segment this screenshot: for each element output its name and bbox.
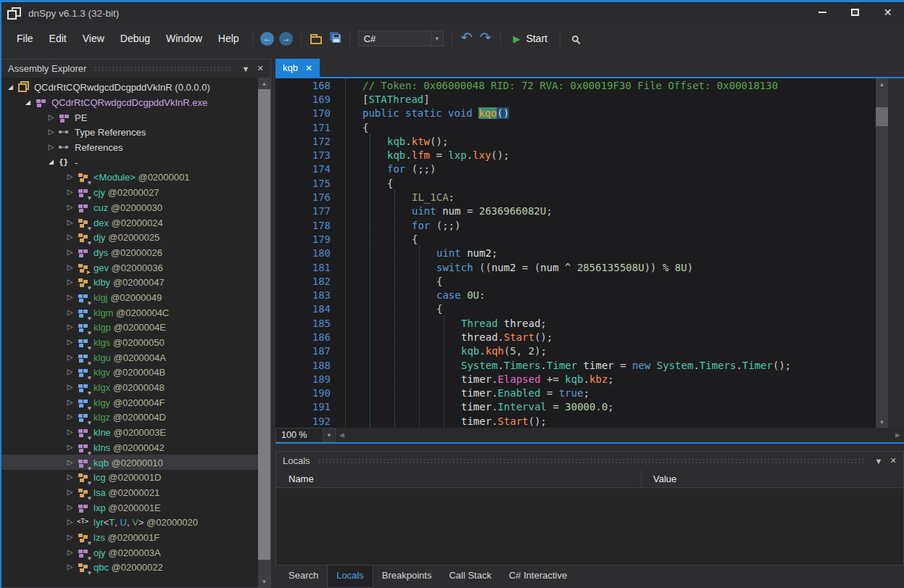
tree-node-klby[interactable]: ▷♥klby @02000047 [1,275,258,290]
panel-close-icon[interactable]: ✕ [253,64,268,73]
tree-node-dex[interactable]: ▷♥dex @02000024 [1,215,258,230]
scrollbar-thumb[interactable] [876,107,888,126]
expand-arrow-icon[interactable]: ▷ [65,534,75,541]
menu-file[interactable]: File [9,29,41,48]
panel-menu-chevron-icon[interactable]: ▼ [239,65,253,73]
code-line-179[interactable]: 179{ [275,232,876,246]
tree-node-ojy[interactable]: ▷♥ojy @0200003A [1,544,258,560]
scroll-up-icon[interactable]: ▲ [876,78,888,90]
collapse-arrow-icon[interactable]: ◢ [6,84,15,91]
code-line-183[interactable]: 183case 0U: [275,288,876,302]
code-line-182[interactable]: 182{ [275,274,876,288]
expand-arrow-icon[interactable]: ▷ [65,354,75,361]
scroll-down-icon[interactable]: ▼ [258,576,270,587]
expand-arrow-icon[interactable]: ▷ [65,339,75,346]
zoom-chevron-icon[interactable]: ▼ [323,428,336,442]
tool-tab-locals[interactable]: Locals [327,566,373,588]
expand-arrow-icon[interactable]: ▷ [65,444,75,451]
expand-arrow-icon[interactable]: ▷ [65,219,75,226]
code-line-169[interactable]: 169[STAThread] [275,92,876,106]
expand-arrow-icon[interactable]: ▷ [65,249,75,256]
menu-debug[interactable]: Debug [112,29,158,48]
code-line-172[interactable]: 172kqb.ktw(); [275,134,876,148]
tree-node-lcg[interactable]: ▷♥lcg @0200001D [1,470,258,485]
menu-window[interactable]: Window [158,29,210,48]
start-debug-button[interactable]: ▶ Start [506,33,555,44]
code-line-184[interactable]: 184{ [275,302,876,316]
expand-arrow-icon[interactable]: ▷ [65,549,75,556]
menu-view[interactable]: View [75,29,112,48]
code-line-189[interactable]: 189timer.Elapsed += kqb.kbz; [275,372,876,386]
panel-close-icon[interactable]: ✕ [886,456,900,465]
tree-node-lzs[interactable]: ▷♥lzs @0200001F [1,530,258,545]
save-all-button[interactable] [325,29,344,48]
expand-arrow-icon[interactable]: ▷ [65,473,75,481]
expand-arrow-icon[interactable]: ▷ [65,399,75,406]
zoom-level-combo[interactable]: 100 % [275,428,323,442]
expand-arrow-icon[interactable]: ▷ [65,489,75,496]
column-header-value[interactable]: Value [642,470,903,487]
tree-node-lsa[interactable]: ▷♥lsa @02000021 [1,485,258,500]
panel-splitter[interactable] [275,444,904,451]
code-line-187[interactable]: 187kqb.kqh(5, 2); [275,344,876,358]
expand-arrow-icon[interactable]: ▷ [46,144,56,151]
language-selector[interactable]: C# ▼ [358,30,444,46]
maximize-button[interactable] [839,2,871,22]
search-assemblies-button[interactable] [565,29,584,48]
expand-arrow-icon[interactable]: ▷ [65,459,75,466]
expand-arrow-icon[interactable]: ▷ [65,413,75,421]
tree-node-typereferences[interactable]: ▷Type References [1,125,258,140]
tree-node-klgs[interactable]: ▷♥klgs @02000050 [1,335,258,350]
tree-node-klgz[interactable]: ▷♥klgz @0200004D [1,410,258,425]
expand-arrow-icon[interactable]: ▷ [65,518,75,526]
tree-node-lyr[interactable]: ▷lyr<T, U, V> @02000020 [1,515,258,530]
navigate-back-button[interactable]: ← [258,29,277,48]
code-line-170[interactable]: 170public static void kqo() [275,107,876,120]
tree-node-[interactable]: ◢- [1,154,258,170]
code-line-174[interactable]: 174for (;;) [275,162,876,176]
horizontal-scrollbar[interactable]: ◀ ▶ [336,428,904,442]
tool-tab-call-stack[interactable]: Call Stack [440,566,500,588]
expand-arrow-icon[interactable]: ▷ [46,128,56,136]
open-file-button[interactable] [307,29,325,48]
tool-tab-c#-interactive[interactable]: C# Interactive [500,566,576,588]
close-button[interactable]: ✕ [871,2,904,22]
expand-arrow-icon[interactable]: ▷ [65,278,75,286]
panel-menu-chevron-icon[interactable]: ▼ [871,457,886,465]
tree-node-dys[interactable]: ▷dys @02000026 [1,245,258,260]
tree-node-klgx[interactable]: ▷♥klgx @02000048 [1,380,258,395]
menu-edit[interactable]: Edit [41,29,75,48]
tree-node-qbc[interactable]: ▷♥qbc @02000022 [1,560,258,575]
menu-help[interactable]: Help [210,29,247,48]
tree-node-klgj[interactable]: ▷♥klgj @02000049 [1,290,258,305]
code-line-185[interactable]: 185Thread thread; [275,316,876,330]
tree-node-klgp[interactable]: ▷♥klgp @0200004E [1,320,258,335]
code-line-191[interactable]: 191timer.Interval = 30000.0; [275,400,876,414]
tab-kqb[interactable]: kqb ✕ [275,59,320,77]
scroll-left-icon[interactable]: ◀ [339,431,344,439]
tree-node-klgu[interactable]: ▷♥klgu @0200004A [1,349,258,365]
tree-node-klgy[interactable]: ▷♥klgy @0200004F [1,394,258,410]
tree-node-qcdrrtcqrwdgcddcgpddvkinrexe[interactable]: ◢QCdrRtCQRwdgcdDcgpddVkInR.exe [1,95,258,110]
scroll-up-icon[interactable]: ▲ [258,78,270,89]
tree-node-pe[interactable]: ▷PE [1,109,258,125]
locals-body[interactable] [276,488,903,565]
tree-node-module[interactable]: ▷♥<Module> @02000001 [1,170,258,185]
expand-arrow-icon[interactable]: ▷ [65,189,75,196]
tree-node-klgv[interactable]: ▷♥klgv @0200004B [1,365,258,380]
tree-node-klne[interactable]: ▷♥klne @0200003E [1,425,258,440]
minimize-button[interactable] [806,2,839,22]
expand-arrow-icon[interactable]: ▷ [65,309,75,316]
tree-node-gev[interactable]: ▷gev @02000036 [1,260,258,275]
scroll-down-icon[interactable]: ▼ [876,416,888,428]
editor-scrollbar[interactable]: ▲ ▼ [876,78,888,428]
tree-node-cjy[interactable]: ▷♥cjy @02000027 [1,185,258,200]
redo-button[interactable]: ↷ [476,29,495,48]
code-line-178[interactable]: 178for (;;) [275,218,876,232]
code-line-171[interactable]: 171{ [275,120,876,134]
scrollbar-thumb[interactable] [258,89,270,560]
tree-node-lxp[interactable]: ▷lxp @0200001E [1,500,258,515]
navigate-forward-button[interactable]: → [277,29,296,48]
collapse-arrow-icon[interactable]: ◢ [23,99,33,106]
expand-arrow-icon[interactable]: ▷ [65,233,75,241]
